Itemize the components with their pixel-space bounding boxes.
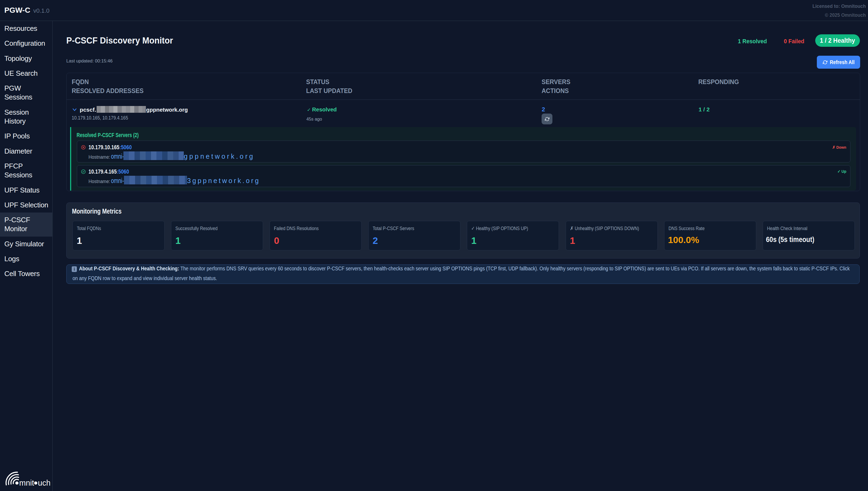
svg-text:mnit: mnit xyxy=(19,479,34,487)
svg-text:uch: uch xyxy=(38,479,50,487)
